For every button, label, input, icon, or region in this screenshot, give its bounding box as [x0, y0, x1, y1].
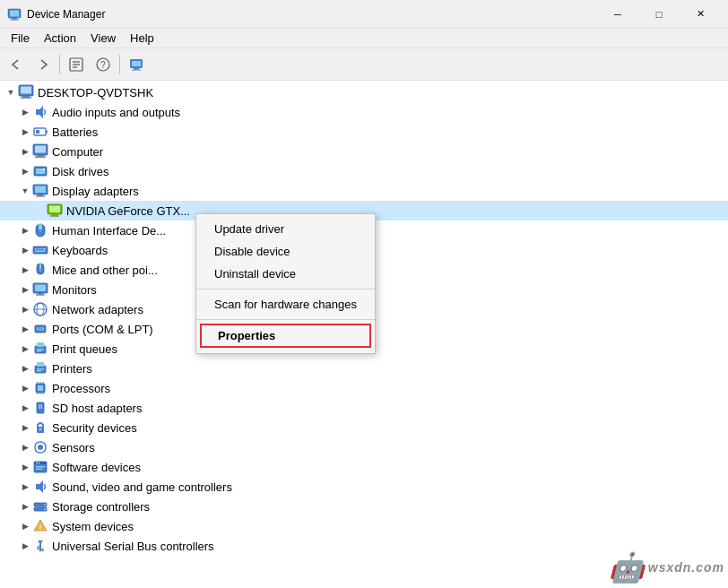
software-expand[interactable]	[18, 460, 32, 474]
display-expand[interactable]	[18, 184, 32, 198]
watermark-text: wsxdn.com	[648, 560, 724, 575]
svg-point-84	[36, 463, 38, 464]
context-disable-device[interactable]: Disable device	[196, 240, 375, 263]
tree-item-audio[interactable]: Audio inputs and outputs	[0, 102, 728, 122]
tree-item-sensors[interactable]: Sensors	[0, 437, 728, 457]
context-uninstall-device[interactable]: Uninstall device	[196, 263, 375, 285]
help-toolbar-button[interactable]: ?	[91, 52, 116, 77]
svg-marker-96	[38, 540, 43, 544]
print-queues-expand[interactable]	[18, 342, 32, 356]
hid-icon	[32, 222, 48, 238]
update-driver-toolbar-button[interactable]	[124, 52, 149, 77]
menu-action[interactable]: Action	[37, 30, 83, 47]
sensors-expand[interactable]	[18, 440, 32, 454]
network-icon	[32, 301, 48, 317]
svg-rect-61	[37, 342, 44, 347]
storage-icon	[32, 498, 48, 514]
context-menu-separator-2	[196, 319, 375, 320]
sd-expand[interactable]	[18, 401, 32, 415]
monitors-icon	[32, 281, 48, 298]
software-icon	[32, 459, 48, 475]
back-button[interactable]	[4, 52, 29, 77]
tree-item-system[interactable]: ! System devices	[0, 516, 728, 536]
svg-rect-57	[37, 327, 39, 331]
forward-button[interactable]	[30, 52, 56, 77]
keyboards-expand[interactable]	[18, 243, 32, 257]
monitors-expand[interactable]	[18, 282, 32, 297]
audio-expand[interactable]	[18, 105, 32, 119]
security-expand[interactable]	[18, 420, 32, 435]
batteries-label: Batteries	[52, 125, 98, 139]
svg-rect-45	[35, 251, 46, 253]
keyboards-icon	[32, 242, 48, 258]
audio-icon	[32, 104, 48, 120]
tree-item-processors[interactable]: Processors	[0, 378, 728, 398]
minimize-button[interactable]: ─	[597, 0, 638, 29]
sound-expand[interactable]	[18, 480, 32, 494]
computer-expand[interactable]	[18, 144, 32, 159]
batteries-icon	[32, 124, 48, 140]
tree-item-display[interactable]: Display adapters	[0, 181, 728, 201]
svg-rect-17	[21, 98, 31, 99]
monitors-label: Monitors	[52, 283, 97, 297]
tree-item-sd[interactable]: SD host adapters	[0, 398, 728, 418]
mice-expand[interactable]	[18, 263, 32, 277]
context-menu-separator	[196, 289, 375, 290]
svg-rect-30	[35, 186, 46, 194]
disk-expand[interactable]	[18, 164, 32, 178]
processors-expand[interactable]	[18, 381, 32, 395]
hid-label: Human Interface De...	[52, 224, 166, 238]
batteries-expand[interactable]	[18, 125, 32, 139]
ports-expand[interactable]	[18, 322, 32, 336]
root-expand-arrow[interactable]	[4, 85, 18, 99]
svg-rect-44	[43, 248, 46, 250]
svg-rect-20	[46, 131, 48, 134]
printers-expand[interactable]	[18, 361, 32, 376]
network-expand[interactable]	[18, 302, 32, 316]
svg-rect-66	[37, 368, 44, 370]
tree-item-security[interactable]: Security devices	[0, 418, 728, 437]
software-label: Software devices	[52, 461, 141, 474]
menu-file[interactable]: File	[4, 30, 37, 47]
context-update-driver[interactable]: Update driver	[196, 218, 375, 240]
tree-item-storage[interactable]: Storage controllers	[0, 497, 728, 516]
tree-item-batteries[interactable]: Batteries	[0, 122, 728, 142]
tree-item-disk[interactable]: Disk drives	[0, 161, 728, 181]
computer-label: Computer	[52, 145, 103, 159]
context-properties[interactable]: Properties	[200, 324, 371, 348]
storage-expand[interactable]	[18, 499, 32, 514]
window-controls: ─ □ ✕	[597, 0, 721, 29]
keyboards-label: Keyboards	[52, 244, 108, 257]
svg-point-92	[44, 508, 46, 510]
disk-icon	[32, 163, 48, 179]
system-expand[interactable]	[18, 519, 32, 533]
sd-label: SD host adapters	[52, 402, 142, 415]
tree-item-printers[interactable]: Printers	[0, 359, 728, 378]
audio-label: Audio inputs and outputs	[52, 106, 180, 119]
svg-rect-35	[52, 214, 57, 216]
usb-expand[interactable]	[18, 539, 32, 553]
tree-root[interactable]: DESKTOP-QVDTSHK	[0, 82, 728, 102]
nvidia-icon	[47, 203, 63, 219]
display-label: Display adapters	[52, 185, 139, 198]
menu-help[interactable]: Help	[123, 30, 161, 47]
tree-item-computer[interactable]: Computer	[0, 142, 728, 161]
mice-icon	[32, 262, 48, 278]
svg-rect-3	[10, 19, 19, 20]
mice-label: Mice and other poi...	[52, 264, 158, 277]
hid-expand[interactable]	[18, 223, 32, 238]
properties-toolbar-button[interactable]	[64, 52, 89, 77]
svg-rect-76	[37, 402, 44, 413]
context-menu: Update driver Disable device Uninstall d…	[195, 213, 376, 354]
tree-item-sound[interactable]: Sound, video and game controllers	[0, 477, 728, 497]
context-scan-hardware[interactable]: Scan for hardware changes	[196, 293, 375, 316]
root-label: DESKTOP-QVDTSHK	[38, 86, 153, 99]
svg-rect-67	[37, 370, 41, 372]
sound-icon	[32, 479, 48, 495]
close-button[interactable]: ✕	[680, 0, 721, 29]
svg-text:?: ?	[100, 60, 106, 70]
maximize-button[interactable]: □	[638, 0, 680, 29]
tree-item-software[interactable]: Software devices	[0, 457, 728, 477]
menu-view[interactable]: View	[83, 30, 123, 47]
svg-rect-24	[37, 155, 44, 157]
